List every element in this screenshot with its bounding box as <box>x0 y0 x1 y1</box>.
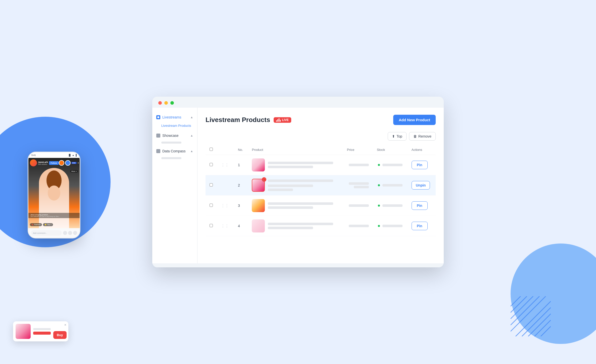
emoji-icon[interactable] <box>63 231 67 235</box>
browser-titlebar <box>152 97 444 108</box>
table-row: ⋮⋮ 3 <box>206 196 436 216</box>
row4-product-image <box>252 219 265 232</box>
select-all-checkbox[interactable] <box>210 148 213 151</box>
row4-pin-button[interactable]: Pin <box>412 222 428 230</box>
row1-product-info <box>268 162 333 168</box>
row1-stock-skeleton <box>382 164 403 166</box>
top-button-label: Top <box>396 134 402 138</box>
row2-action-cell: Unpin <box>408 175 436 196</box>
toolbar: ⬆ Top 🗑 Remove <box>206 132 436 141</box>
top-icon: ⬆ <box>392 134 395 138</box>
table-row-pinned: 2 📌 <box>206 175 436 196</box>
row4-product-cell <box>248 216 343 236</box>
main-content: Livestream Products LIVE Add New Product <box>197 108 444 263</box>
row4-stock-dot <box>378 225 380 227</box>
remove-button-label: Remove <box>418 134 431 138</box>
svg-line-2 <box>511 296 533 319</box>
row3-drag-cell: ⋮⋮ <box>217 196 234 216</box>
table-header-row: No. Product Price Stock Actions <box>206 145 436 155</box>
live-bar-4 <box>280 120 281 122</box>
close-product-card-button[interactable]: × <box>64 323 66 327</box>
row1-number-cell: 1 <box>234 155 248 175</box>
buying-text: Jess is buying product... <box>30 214 78 216</box>
row3-stock-cell <box>373 196 408 216</box>
phone-time: 9:41 <box>31 154 36 156</box>
sidebar-item-data-compass[interactable]: Data Compass ▲ <box>152 147 197 156</box>
close-phone-btn[interactable]: ✕ <box>77 162 79 164</box>
row2-stock-skeleton <box>382 184 403 187</box>
sidebar-item-data-compass-inner: Data Compass <box>156 149 186 153</box>
battery-icon: ▐ <box>75 154 77 156</box>
traffic-light-yellow[interactable] <box>164 101 168 105</box>
comment-placeholder: Add comment... <box>33 232 47 234</box>
phone-mockup: 9:41 ▐▌ ▲ ▐ JaneLark 599 viewers <box>28 152 80 238</box>
row2-title-skeleton <box>268 179 333 182</box>
row1-checkbox[interactable] <box>210 163 213 166</box>
row4-title-skeleton <box>268 223 333 225</box>
product-card-title-skeleton <box>33 328 51 330</box>
row1-pin-button[interactable]: Pin <box>412 161 428 169</box>
row1-price-skeleton <box>349 164 369 166</box>
row3-pin-button[interactable]: Pin <box>412 201 428 210</box>
svg-line-1 <box>511 296 527 313</box>
phone-comment-bar: Add comment... <box>28 228 80 238</box>
row3-checkbox-cell <box>206 196 217 216</box>
product-card-floating: × Buy <box>13 321 68 341</box>
row3-checkbox[interactable] <box>210 204 213 207</box>
avatar-image <box>30 159 37 166</box>
sidebar-item-showcase[interactable]: Showcase ▲ <box>152 131 197 140</box>
th-checkbox <box>206 145 217 155</box>
livestreams-icon <box>156 115 160 119</box>
row2-drag-cell <box>217 175 234 196</box>
phone-username: JaneLark <box>38 161 48 163</box>
row3-stock-dot <box>378 205 380 207</box>
follow-button[interactable]: Follow <box>49 161 59 165</box>
top-button[interactable]: ⬆ Top <box>388 132 407 141</box>
sidebar-sub-item-livestream-products[interactable]: Livestream Products <box>152 122 197 130</box>
phone-tags: 🔖 Fashion ⭐ Top 1 <box>30 223 53 226</box>
viewer-icon-1 <box>59 160 64 166</box>
table-header: No. Product Price Stock Actions <box>206 145 436 155</box>
traffic-light-red[interactable] <box>158 101 162 105</box>
page-title: Livestream Products <box>206 116 270 124</box>
livestreams-chevron-icon: ▲ <box>190 115 193 119</box>
share-icon[interactable] <box>73 231 77 235</box>
comment-input[interactable]: Add comment... <box>31 230 62 236</box>
row1-action-cell: Pin <box>408 155 436 175</box>
pin-badge-icon: 📌 <box>262 177 266 182</box>
row2-unpin-button[interactable]: Unpin <box>412 181 430 190</box>
row3-drag-handle[interactable]: ⋮⋮ <box>221 204 229 208</box>
sidebar-item-data-compass-label: Data Compass <box>162 149 186 153</box>
phone-live-stream: JaneLark 599 viewers Follow BBB ✕ More >… <box>28 158 80 228</box>
row3-price-skeleton <box>349 204 369 207</box>
svg-line-8 <box>534 320 551 336</box>
row2-stock-cell <box>373 175 408 196</box>
row2-product-cell: 📌 <box>248 175 343 196</box>
buying-subtext: Join followers to rush to buy bring my S… <box>30 216 78 217</box>
traffic-light-green[interactable] <box>170 101 174 105</box>
row2-product-info <box>268 179 333 191</box>
add-new-product-button[interactable]: Add New Product <box>393 115 436 125</box>
row4-checkbox[interactable] <box>210 224 213 227</box>
row1-drag-cell: ⋮⋮ <box>217 155 234 175</box>
sidebar-item-livestreams[interactable]: Livestreams ▲ <box>152 113 197 122</box>
phone-user-details: JaneLark 599 viewers <box>38 161 48 165</box>
table-row: ⋮⋮ 4 <box>206 216 436 236</box>
row3-product-info <box>268 202 333 209</box>
remove-button[interactable]: 🗑 Remove <box>409 132 436 141</box>
row4-drag-handle[interactable]: ⋮⋮ <box>221 224 229 228</box>
sidebar-item-livestreams-label: Livestreams <box>162 115 181 119</box>
more-button[interactable]: More > <box>70 170 78 173</box>
row2-checkbox[interactable] <box>210 183 213 187</box>
th-product: Product <box>248 145 343 155</box>
product-card-image <box>16 324 31 339</box>
row1-drag-handle[interactable]: ⋮⋮ <box>221 163 229 167</box>
row3-thumb-wrapper <box>252 199 265 212</box>
row4-drag-cell: ⋮⋮ <box>217 216 234 236</box>
row3-number: 3 <box>238 204 240 208</box>
showcase-chevron-icon: ▲ <box>190 134 193 137</box>
buy-button[interactable]: Buy <box>53 331 67 339</box>
row4-number-cell: 4 <box>234 216 248 236</box>
row3-stock-skeleton <box>382 204 403 207</box>
gift-icon[interactable] <box>68 231 72 235</box>
